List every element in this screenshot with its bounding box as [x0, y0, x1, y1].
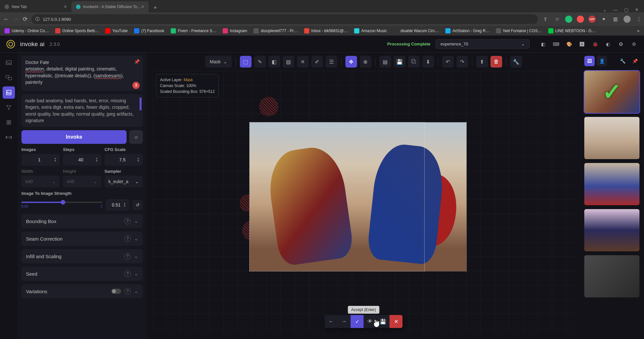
tool-move[interactable]: ✥ — [345, 56, 357, 68]
extension-icon[interactable] — [565, 16, 572, 23]
accordion-infill-scaling[interactable]: Infill and Scaling?⌄ — [21, 249, 143, 263]
accordion-seam-correction[interactable]: Seam Correction?⌄ — [21, 232, 143, 246]
prev-button[interactable]: ← — [325, 315, 338, 328]
url-input[interactable]: ⓘ 127.0.0.1:9090 — [31, 14, 538, 24]
tool-eraser[interactable]: ◧ — [268, 56, 280, 68]
close-icon[interactable]: × — [141, 4, 144, 10]
tool-options-icon[interactable]: ☰ — [326, 56, 337, 68]
steps-input[interactable]: 40▲▼ — [63, 154, 101, 166]
share-icon[interactable]: ⇪ — [542, 16, 549, 23]
toggle-visibility-button[interactable]: 👁 — [364, 315, 377, 328]
pin-icon[interactable]: 📌 — [134, 58, 140, 65]
help-icon[interactable]: ? — [124, 270, 131, 277]
resize-handle[interactable] — [140, 97, 142, 110]
images-input[interactable]: 1▲▼ — [21, 154, 60, 166]
gallery-thumb[interactable]: ✓ — [584, 71, 639, 113]
profile-avatar-icon[interactable] — [624, 16, 631, 23]
new-tab-button[interactable]: + — [151, 3, 160, 12]
bookmark-item[interactable]: (7) Facebook — [134, 28, 164, 33]
invoke-button[interactable]: Invoke — [21, 130, 127, 144]
tab-unified-canvas[interactable] — [3, 86, 15, 99]
tool-reset-view[interactable]: ⊕ — [360, 56, 371, 68]
bookmark-item[interactable]: Instagram — [223, 28, 247, 33]
gallery-thumb[interactable] — [584, 117, 639, 159]
tool-color-picker[interactable]: ✐ — [311, 56, 323, 68]
help-icon[interactable]: ? — [124, 235, 131, 242]
bookmark-item[interactable]: Udemy - Online Co… — [5, 28, 49, 33]
gallery-thumb[interactable] — [584, 255, 639, 297]
discord-icon[interactable]: ✪ — [617, 41, 625, 48]
redo-button[interactable]: ↷ — [456, 56, 468, 68]
positive-prompt-input[interactable]: 📌 Doctor Fate artstation, detailed, digi… — [21, 56, 143, 91]
maximize-icon[interactable]: ▢ — [624, 7, 628, 12]
bookmark-item[interactable]: YouTube — [105, 28, 128, 33]
close-icon[interactable]: × — [64, 4, 67, 10]
bookmark-item[interactable]: Inbox - klk56831@… — [304, 28, 348, 33]
bug-icon[interactable]: 🐞 — [591, 41, 599, 48]
generated-image[interactable] — [249, 122, 467, 271]
gallery-thumb[interactable] — [584, 209, 639, 251]
gallery-tab-images[interactable]: 🖼 — [584, 56, 595, 66]
variations-toggle[interactable] — [111, 289, 121, 294]
bookmark-item[interactable]: LINE WEBTOON - G… — [548, 28, 596, 33]
undo-button[interactable]: ↶ — [442, 56, 454, 68]
browser-tab[interactable]: InvokeAI - A Stable Diffusion To… × — [71, 1, 149, 12]
save-staging-button[interactable]: 💾 — [377, 315, 390, 328]
tool-copy[interactable]: ⿻ — [408, 56, 420, 68]
forward-button[interactable]: → — [13, 15, 19, 24]
bookmark-item[interactable]: Online Sports Betti… — [55, 28, 99, 33]
cancel-button[interactable]: ⊘ — [129, 130, 143, 144]
tab-training[interactable] — [3, 131, 15, 144]
bookmarks-overflow-icon[interactable]: » — [637, 29, 639, 33]
chevron-down-icon[interactable]: ⌄ — [603, 7, 607, 12]
reload-button[interactable]: ⟳ — [23, 15, 28, 24]
bookmark-item[interactable]: ArtStation - Greg R… — [445, 28, 489, 33]
accordion-seed[interactable]: Seed?⌄ — [21, 267, 143, 281]
gallery-thumb[interactable] — [584, 163, 639, 205]
canvas-viewport[interactable]: Active Layer: Mask Canvas Scale: 100% Sc… — [152, 71, 575, 334]
height-select[interactable]: 448⌄ — [63, 176, 101, 187]
help-icon[interactable]: ? — [124, 288, 131, 295]
tool-merge-visible[interactable]: ▤ — [379, 56, 391, 68]
tool-brush[interactable]: ✎ — [254, 56, 266, 68]
i2i-slider[interactable] — [21, 202, 103, 203]
theme-icon[interactable]: 🎨 — [565, 41, 573, 48]
tool-download[interactable]: ⬇ — [422, 56, 434, 68]
upload-button[interactable]: ⬆ — [476, 56, 488, 68]
cube-icon[interactable]: ◧ — [539, 41, 547, 48]
accordion-variations[interactable]: Variations?⌄ — [21, 284, 143, 298]
help-icon[interactable]: ? — [124, 253, 131, 259]
tool-clear-mask[interactable]: ✕ — [297, 56, 309, 68]
extension-icon[interactable] — [577, 16, 584, 23]
negative-prompt-input[interactable]: nude bad anatomy, bad hands, text, error… — [21, 94, 143, 127]
bookmark-item[interactable]: Amazon Music — [354, 28, 387, 33]
tab-img2img[interactable] — [3, 71, 15, 84]
gallery-thumbnails[interactable]: ✓ — [580, 69, 644, 339]
language-icon[interactable]: 🅰 — [578, 41, 586, 48]
gallery-tab-user[interactable]: 👤 — [597, 56, 607, 66]
discard-button[interactable]: ✕ — [390, 315, 402, 328]
extensions-puzzle-icon[interactable]: ✦ — [600, 16, 607, 23]
tab-txt2img[interactable] — [3, 56, 15, 69]
help-icon[interactable]: ? — [124, 218, 131, 224]
github-icon[interactable]: ◐ — [604, 41, 612, 48]
bookmark-item[interactable]: discipleneil777 - Pr… — [254, 28, 297, 33]
site-info-icon[interactable]: ⓘ — [35, 16, 40, 22]
stepper-icon[interactable]: ▲▼ — [137, 157, 140, 162]
bookmark-item[interactable]: Fiverr - Freelance S… — [171, 28, 216, 33]
back-button[interactable]: ← — [3, 15, 9, 24]
sidepanel-icon[interactable]: ▥ — [612, 16, 619, 23]
stepper-icon[interactable]: ▲▼ — [54, 157, 56, 162]
i2i-value-input[interactable]: 0.51▲▼ — [106, 199, 129, 211]
accordion-bounding-box[interactable]: Bounding Box?⌄ — [21, 214, 143, 228]
accept-button[interactable]: ✓ — [351, 315, 364, 328]
bookmark-item[interactable]: disable Wacom Circ… — [393, 28, 439, 33]
slider-thumb[interactable] — [61, 200, 65, 205]
tab-nodes[interactable] — [3, 101, 15, 114]
canvas-settings-icon[interactable]: 🔧 — [510, 56, 522, 68]
minimize-icon[interactable]: — — [613, 7, 618, 12]
tool-select[interactable]: ⬚ — [240, 56, 252, 68]
gallery-settings-icon[interactable]: 🔧 — [617, 56, 628, 66]
abp-extension-icon[interactable]: ABP — [588, 16, 596, 23]
close-icon[interactable]: ✕ — [635, 7, 639, 12]
